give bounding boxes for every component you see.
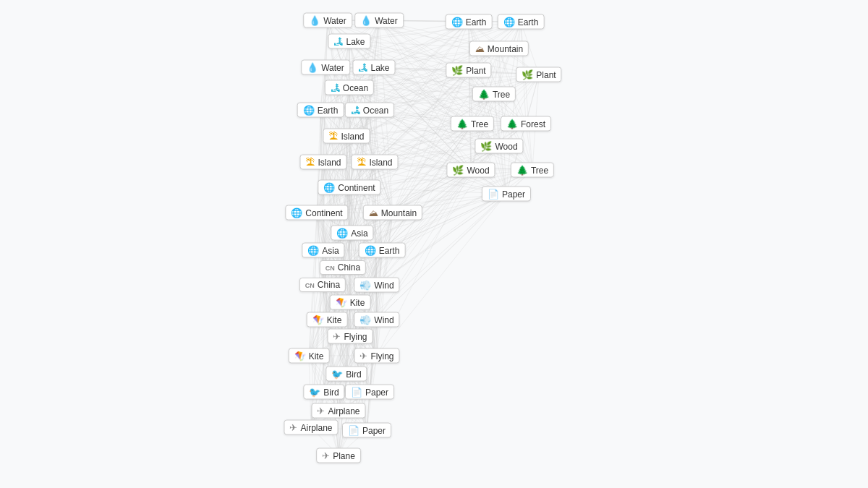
label-earth3: Earth [318,105,339,115]
node-bird2[interactable]: 🐦Bird [303,385,344,400]
edge-10-18 [323,87,349,162]
node-water3[interactable]: 💧Water [301,60,350,75]
node-mountain1[interactable]: ⛰Mountain [469,41,529,56]
label-water1: Water [323,15,346,25]
label-airplane1: Airplane [328,406,359,416]
label-earth1: Earth [466,17,487,27]
edge-17-18 [323,146,499,162]
label-china2: China [318,280,340,290]
edge-0-10 [328,20,349,87]
label-earth2: Earth [518,17,539,27]
icon-kite1: 🪁 [336,297,347,308]
node-earth2[interactable]: 🌐Earth [498,14,545,30]
label-tree2: Tree [471,119,488,129]
node-island3[interactable]: 🏝Island [351,155,398,170]
node-tree1[interactable]: 🌲Tree [472,87,516,102]
icon-water2: 💧 [360,15,372,26]
node-tree2[interactable]: 🌲Tree [451,116,494,132]
icon-wood1: 🌿 [480,141,492,152]
node-earth3[interactable]: 🌐Earth [297,103,344,118]
node-paper2[interactable]: 📄Paper [345,385,394,400]
label-continent2: Continent [305,207,342,218]
icon-earth4: 🌐 [365,245,376,256]
label-flying2: Flying [370,351,393,361]
node-continent2[interactable]: 🌐Continent [285,205,348,221]
edge-22-32 [349,187,350,302]
node-kite1[interactable]: 🪁Kite [330,295,371,310]
label-wind2: Wind [374,314,393,325]
icon-lake2: 🏞 [358,62,367,73]
node-lake2[interactable]: 🏞Lake [352,60,395,75]
icon-kite3: 🪁 [294,351,306,361]
icon-water3: 💧 [307,62,318,73]
node-flying1[interactable]: ✈Flying [327,329,373,344]
node-flying2[interactable]: ✈Flying [354,348,399,364]
label-bird1: Bird [346,369,361,379]
node-island1[interactable]: 🏝Island [323,129,370,144]
edge-14-28 [382,124,472,250]
node-continent1[interactable]: 🌐Continent [318,180,380,195]
icon-forest1: 🌲 [506,119,518,129]
icon-island3: 🏝 [357,157,366,168]
node-china1[interactable]: CNChina [320,260,366,275]
edge-1-26 [352,20,379,233]
node-plant1[interactable]: 🌿Plant [446,63,491,78]
label-island2: Island [318,157,341,167]
edge-24-39 [317,213,324,392]
node-lake1[interactable]: 🏞Lake [328,34,370,49]
node-airplane2[interactable]: ✈Airplane [284,420,338,435]
icon-mountain1: ⛰ [475,43,485,54]
edge-20-37 [377,170,471,356]
node-asia1[interactable]: 🌐Asia [331,226,373,241]
node-china2[interactable]: CNChina [299,278,346,292]
edge-14-31 [377,124,472,285]
label-plant2: Plant [536,69,556,80]
node-forest1[interactable]: 🌲Forest [501,116,551,132]
edge-17-25 [393,146,499,213]
node-kite2[interactable]: 🪁Kite [307,312,348,328]
node-tree3[interactable]: 🌲Tree [511,163,554,178]
label-water3: Water [321,62,344,72]
node-earth4[interactable]: 🌐Earth [359,243,406,258]
label-island1: Island [341,131,364,141]
node-kite3[interactable]: 🪁Kite [289,348,330,364]
node-wood1[interactable]: 🌿Wood [475,139,523,154]
node-airplane1[interactable]: ✈Airplane [311,403,365,419]
edge-10-19 [349,87,375,162]
edge-2-19 [375,22,469,162]
edge-28-37 [377,250,382,356]
edge-7-16 [346,67,374,136]
label-paper2: Paper [365,387,388,397]
edge-1-19 [375,20,379,162]
icon-ocean1: 🏞 [331,82,340,93]
node-ocean1[interactable]: 🏞Ocean [325,80,374,95]
node-water1[interactable]: 💧Water [303,13,352,28]
label-earth4: Earth [379,245,400,255]
node-wood2[interactable]: 🌿Wood [446,163,495,178]
graph-container: 💧Water💧Water🌐Earth🌐Earth🏞Lake⛰Mountain💧W… [0,0,868,488]
edge-21-26 [352,170,532,233]
node-earth1[interactable]: 🌐Earth [446,14,493,30]
edge-6-16 [326,67,346,136]
node-ocean2[interactable]: 🏞Ocean [345,103,394,118]
node-mountain2[interactable]: ⛰Mountain [363,205,422,221]
node-asia2[interactable]: 🌐Asia [302,243,344,258]
edge-38-43 [346,374,367,430]
label-lake2: Lake [370,62,389,72]
edge-1-20 [379,20,471,170]
node-island2[interactable]: 🏝Island [299,155,346,170]
node-plane1[interactable]: ✈Plane [316,448,361,463]
edge-1-10 [349,20,379,87]
node-paper3[interactable]: 📄Paper [342,423,391,438]
edge-25-40 [370,213,393,392]
node-water2[interactable]: 💧Water [354,13,404,28]
node-wind1[interactable]: 💨Wind [354,278,399,293]
icon-airplane1: ✈ [317,406,325,416]
edge-20-31 [377,170,471,285]
node-bird1[interactable]: 🐦Bird [326,367,367,382]
edge-13-31 [370,110,377,285]
node-wind2[interactable]: 💨Wind [354,312,399,328]
node-paper1[interactable]: 📄Paper [482,187,531,202]
node-plant2[interactable]: 🌿Plant [516,67,561,82]
edge-23-28 [382,194,506,250]
